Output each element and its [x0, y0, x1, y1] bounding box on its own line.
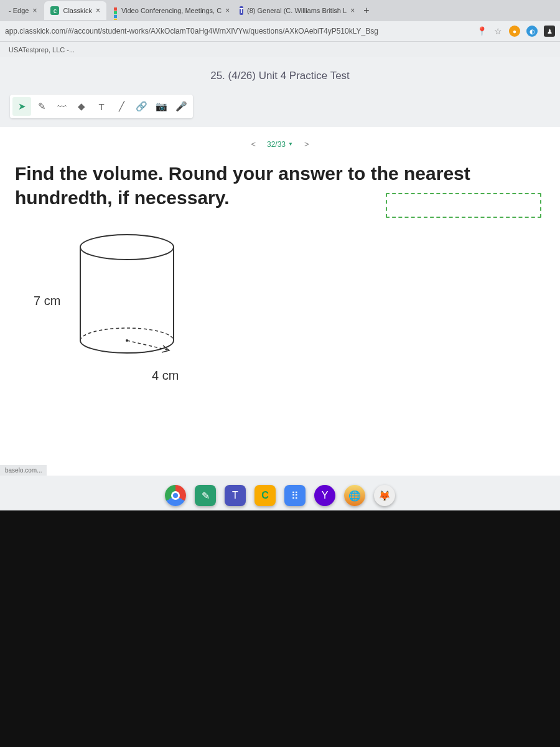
answer-input-box[interactable]	[386, 193, 541, 218]
bookmarks-bar: USATestprep, LLC -...	[0, 41, 560, 57]
close-icon[interactable]: ×	[32, 6, 37, 15]
highlighter-tool[interactable]: 〰	[52, 97, 71, 116]
line-tool[interactable]: ╱	[112, 97, 131, 116]
extension-icon-2[interactable]: ◐	[526, 26, 538, 37]
location-icon[interactable]: 📍	[477, 26, 487, 36]
close-icon[interactable]: ×	[96, 6, 100, 15]
browser-icon[interactable]: 🌐	[344, 485, 365, 506]
app-icon[interactable]: 🦊	[374, 485, 395, 506]
link-tool[interactable]: 🔗	[132, 97, 151, 116]
text-tool[interactable]: T	[92, 97, 111, 116]
teams-icon: T	[240, 6, 243, 15]
toolbox: ➤ ✎ 〰 ◆ T ╱ 🔗 📷 🎤	[10, 95, 193, 118]
camera-tool[interactable]: 📷	[152, 97, 170, 116]
close-icon[interactable]: ×	[350, 6, 355, 15]
apps-icon[interactable]: ⠿	[284, 485, 306, 506]
tab-label: Video Conferencing, Meetings, C	[121, 7, 222, 14]
next-slide-button[interactable]: >	[301, 138, 313, 150]
classkick-icon: c	[50, 6, 59, 15]
extension-icon-3[interactable]: ♟	[544, 26, 555, 37]
taskbar: ✎ T C ⠿ Y 🌐 🦊	[0, 481, 560, 510]
toolbar: ➤ ✎ 〰 ◆ T ╱ 🔗 📷 🎤	[0, 91, 560, 122]
status-corner: baselo.com...	[0, 465, 47, 476]
classkick-app: 25. (4/26) Unit 4 Practice Test ➤ ✎ 〰 ◆ …	[0, 57, 560, 510]
new-tab-button[interactable]: +	[359, 3, 374, 18]
svg-line-3	[127, 341, 167, 350]
eraser-tool[interactable]: ◆	[72, 97, 91, 116]
question-canvas: < 32/33 ▼ > Find the volume. Round your …	[0, 127, 560, 476]
star-icon[interactable]: ☆	[493, 26, 503, 36]
height-label: 7 cm	[34, 294, 60, 308]
svg-point-0	[80, 235, 174, 260]
slide-count-text: 32/33	[267, 140, 286, 149]
pointer-tool[interactable]: ➤	[12, 97, 31, 116]
radius-label: 4 cm	[152, 369, 179, 383]
cylinder-figure: 7 cm 4 cm	[40, 228, 202, 390]
tab-label: (8) General (C. Williams British L	[247, 7, 347, 14]
classroom-icon[interactable]: C	[254, 485, 276, 506]
url-text[interactable]: app.classkick.com/#/account/student-work…	[5, 27, 472, 35]
tab-teams[interactable]: T (8) General (C. Williams British L ×	[233, 1, 358, 20]
tab-classkick[interactable]: c Classkick ×	[44, 1, 106, 20]
tab-edge[interactable]: - Edge ×	[2, 1, 43, 20]
chevron-down-icon: ▼	[288, 141, 293, 147]
chrome-icon[interactable]	[165, 485, 186, 506]
classkick-app-icon[interactable]: ✎	[195, 485, 216, 506]
yahoo-icon[interactable]: Y	[314, 485, 335, 506]
browser-tabs-bar: - Edge × c Classkick × Video Conferencin…	[0, 0, 560, 21]
tab-label: Classkick	[63, 7, 91, 14]
slide-pager: < 32/33 ▼ >	[15, 138, 545, 150]
bookmark-usatestprep[interactable]: USATestprep, LLC -...	[5, 45, 78, 55]
close-icon[interactable]: ×	[225, 6, 230, 15]
bookmark-label: USATestprep, LLC -...	[9, 46, 75, 54]
zoom-icon	[114, 7, 118, 14]
svg-point-4	[126, 339, 128, 342]
extension-icon-1[interactable]: ●	[509, 26, 520, 37]
url-bar: app.classkick.com/#/account/student-work…	[0, 21, 560, 41]
pen-tool[interactable]: ✎	[32, 97, 51, 116]
tab-zoom[interactable]: Video Conferencing, Meetings, C ×	[108, 1, 232, 20]
assignment-title: 25. (4/26) Unit 4 Practice Test	[0, 57, 560, 91]
teams-app-icon[interactable]: T	[225, 485, 246, 506]
prev-slide-button[interactable]: <	[247, 138, 259, 150]
mic-tool[interactable]: 🎤	[172, 97, 190, 116]
tab-label: - Edge	[9, 7, 29, 14]
slide-counter[interactable]: 32/33 ▼	[267, 140, 293, 149]
